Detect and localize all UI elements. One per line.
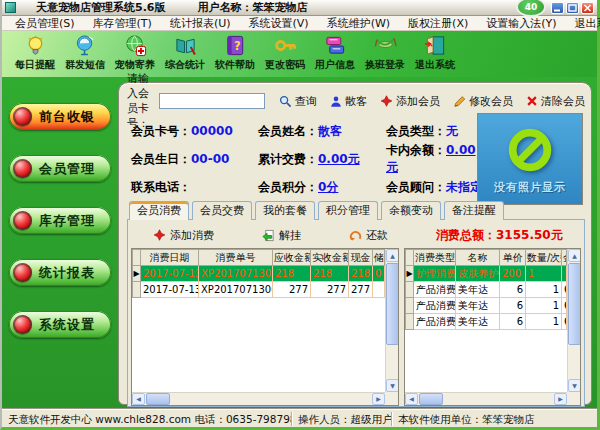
tab-member-payment[interactable]: 会员交费	[192, 201, 252, 220]
col-header[interactable]: 消费类型	[414, 250, 456, 266]
toolbar-help[interactable]: ? 软件帮助	[210, 34, 260, 72]
scroll-left-icon[interactable]: ◀	[405, 393, 418, 405]
toolbar-statistics[interactable]: 综合统计	[160, 34, 210, 72]
col-header[interactable]: 消费日期	[141, 250, 199, 266]
menu-maintenance[interactable]: 系统维护(W)	[318, 16, 399, 31]
close-button[interactable]	[581, 2, 594, 14]
consume-orders-table: 消费日期 消费单号 应收金额 实收金额 现金 储值卡 ▶ 2017-07-13 …	[131, 248, 399, 406]
col-header[interactable]: 消费单号	[199, 250, 273, 266]
sidebar-item-cashier[interactable]: 前台收银	[9, 103, 111, 130]
tab-balance-changes[interactable]: 余额变动	[381, 201, 441, 220]
menu-member[interactable]: 会员管理(S)	[6, 16, 84, 31]
col-header[interactable]: 实收金额	[311, 250, 349, 266]
help-book-icon: ?	[224, 34, 247, 57]
scroll-up-icon[interactable]: ▲	[386, 249, 399, 262]
col-header[interactable]: 现金	[349, 250, 373, 266]
tables-area: 消费日期 消费单号 应收金额 实收金额 现金 储值卡 ▶ 2017-07-13 …	[131, 248, 581, 406]
red-plus-icon	[153, 229, 166, 242]
query-button[interactable]: 查询	[279, 94, 317, 109]
scroll-up-icon[interactable]: ▲	[568, 249, 581, 262]
status-bar: 天意软件开发中心 www.chle828.com 电话：0635-7987985…	[2, 409, 597, 427]
scrollbar-thumb[interactable]	[386, 263, 399, 345]
toolbar-user-info[interactable]: 用户信息	[310, 34, 360, 72]
scroll-left-icon[interactable]: ◀	[132, 393, 145, 405]
toolbar-shift-login[interactable]: 换班登录	[360, 34, 410, 72]
vertical-scrollbar[interactable]: ▲ ▼	[385, 249, 398, 392]
sidebar-item-reports[interactable]: 统计报表	[9, 259, 111, 286]
table-row[interactable]: ▶ 2017-07-13 14: XP201707130002 218 218 …	[133, 266, 385, 282]
scrollbar-thumb[interactable]	[419, 393, 443, 405]
body: 前台收银 会员管理 库存管理 统计报表 系统设置 请输入会员	[2, 77, 597, 409]
maximize-button[interactable]	[566, 2, 579, 14]
menu-inventory[interactable]: 库存管理(T)	[84, 16, 161, 31]
sidebar-item-inventory[interactable]: 库存管理	[9, 207, 111, 234]
user-name-label: 用户名称：笨笨宠物店	[198, 0, 308, 15]
member-card-field: 会员卡号：00000	[131, 123, 258, 140]
col-header[interactable]: 名称	[456, 250, 500, 266]
sidebar-item-label: 会员管理	[39, 160, 95, 178]
edit-member-button[interactable]: 修改会员	[453, 94, 513, 109]
repay-button[interactable]: 还款	[349, 228, 388, 243]
table-row[interactable]: ▶ 护理消费 皮肤养护 200 1 200	[406, 266, 567, 282]
red-dot-icon	[13, 107, 32, 126]
tab-member-consume[interactable]: 会员消费	[129, 201, 189, 220]
app-icon	[5, 2, 16, 13]
add-member-button[interactable]: 添加会员	[380, 94, 440, 109]
add-consume-button[interactable]: 添加消费	[153, 228, 214, 243]
scrollbar-thumb[interactable]	[568, 263, 581, 345]
member-photo-box: 没有照片显示	[477, 113, 583, 205]
sidebar-item-settings[interactable]: 系统设置	[9, 311, 111, 338]
table-row[interactable]: 2017-07-13 14: XP201707130001 277 277 27…	[133, 282, 385, 298]
main-panel: 请输入会员卡号： 查询 散客 添加会员 修改会员	[118, 82, 592, 405]
toolbar-group-sms[interactable]: 群发短信	[60, 34, 110, 72]
sidebar-item-label: 统计报表	[39, 264, 95, 282]
sidebar-item-label: 前台收银	[39, 108, 95, 126]
horizontal-scrollbar[interactable]: ◀ ▶	[132, 392, 385, 405]
status-operator: 操作人员：超级用户	[292, 412, 392, 426]
tab-my-package[interactable]: 我的套餐	[255, 201, 315, 220]
menu-settings[interactable]: 系统设置(V)	[240, 16, 318, 31]
toolbar-label: 群发短信	[65, 58, 105, 72]
menu-reports[interactable]: 统计报表(U)	[161, 16, 240, 31]
vertical-scrollbar[interactable]: ▲ ▼	[567, 249, 580, 392]
member-phone-field: 联系电话：	[131, 179, 258, 196]
scrollbar-thumb[interactable]	[146, 393, 170, 405]
menu-register[interactable]: 版权注册(X)	[399, 16, 477, 31]
scroll-right-icon[interactable]: ▶	[372, 393, 385, 405]
toolbar-label: 综合统计	[165, 58, 205, 72]
books-icon	[324, 34, 347, 57]
consume-actions-row: 添加消费 解挂 还款 消费总额：3155.50元	[131, 225, 581, 245]
toolbar-label: 每日提醒	[15, 58, 55, 72]
minimize-button[interactable]	[551, 2, 564, 14]
table-row[interactable]: 产品消费 美年达 6 1 6	[406, 298, 567, 314]
unhang-button[interactable]: 解挂	[262, 228, 301, 243]
table-row[interactable]: 产品消费 美年达 6 1 6	[406, 282, 567, 298]
member-card-input[interactable]	[159, 93, 265, 109]
menu-exit[interactable]: 退出系统(Z)	[566, 16, 600, 31]
col-header[interactable]: 应收金额	[273, 250, 311, 266]
clear-member-button[interactable]: 清除会员	[526, 94, 585, 109]
col-header[interactable]: 储值卡	[373, 250, 385, 266]
toolbar-exit[interactable]: 退出系统	[410, 34, 460, 72]
col-header[interactable]: 金额	[562, 250, 567, 266]
toolbar-daily-reminder[interactable]: 每日提醒	[10, 34, 60, 72]
toolbar-change-password[interactable]: 更改密码	[260, 34, 310, 72]
sidebar-item-members[interactable]: 会员管理	[9, 155, 111, 182]
horizontal-scrollbar[interactable]: ◀ ▶	[405, 392, 567, 405]
scroll-right-icon[interactable]: ▶	[554, 393, 567, 405]
tab-remarks[interactable]: 备注提醒	[444, 201, 504, 220]
table-row[interactable]: 产品消费 美年达 6 1 6	[406, 314, 567, 330]
scroll-down-icon[interactable]: ▼	[568, 379, 581, 392]
scroll-down-icon[interactable]: ▼	[386, 379, 399, 392]
red-dot-icon	[13, 211, 32, 230]
walkin-button[interactable]: 散客	[330, 94, 367, 109]
scrollbar-corner	[385, 392, 398, 405]
col-header[interactable]: 数量/次数	[526, 250, 562, 266]
menu-ime[interactable]: 设置输入法(Y)	[477, 16, 565, 31]
col-header[interactable]: 单价	[500, 250, 526, 266]
sidebar: 前台收银 会员管理 库存管理 统计报表 系统设置	[2, 77, 118, 409]
toolbar-pet-boarding[interactable]: 宠物寄养	[110, 34, 160, 72]
globe-plus-icon	[124, 34, 147, 57]
bulb-icon	[24, 34, 47, 57]
tab-points[interactable]: 积分管理	[318, 201, 378, 220]
